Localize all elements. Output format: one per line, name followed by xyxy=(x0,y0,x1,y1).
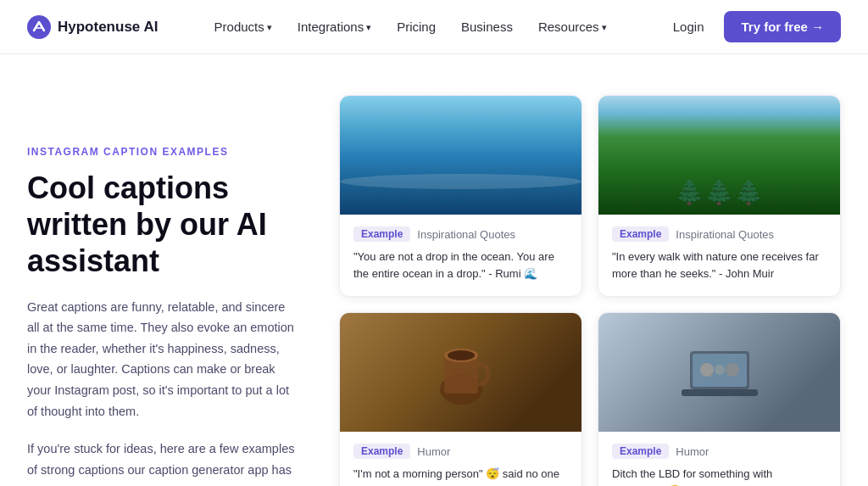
tag-example-4: Example xyxy=(612,444,669,459)
card-image-laptop xyxy=(598,313,840,432)
nav-business[interactable]: Business xyxy=(451,13,523,41)
section-label: INSTAGRAM CAPTION EXAMPLES xyxy=(27,146,298,158)
svg-rect-7 xyxy=(682,389,758,396)
card-image-forest xyxy=(598,96,840,215)
card-text-4: Ditch the LBD for something with persona… xyxy=(612,466,826,486)
card-coffee: Example Humor "I'm not a morning person"… xyxy=(339,312,582,486)
card-meta-4: Example Humor xyxy=(612,444,826,459)
laptop-illustration xyxy=(677,338,762,406)
card-text-3: "I'm not a morning person" 😴 said no one… xyxy=(353,466,568,486)
card-meta-3: Example Humor xyxy=(353,444,568,459)
try-free-button[interactable]: Try for free → xyxy=(724,11,841,42)
card-text-1: "You are not a drop in the ocean. You ar… xyxy=(353,249,568,282)
svg-point-9 xyxy=(726,363,739,377)
right-column: Example Inspirational Quotes "You are no… xyxy=(339,95,841,486)
nav-products[interactable]: Products ▾ xyxy=(204,13,282,41)
tag-category-3: Humor xyxy=(417,445,450,458)
nav-actions: Login Try for free → xyxy=(663,11,841,42)
logo[interactable]: Hypotenuse AI xyxy=(27,15,158,39)
svg-point-8 xyxy=(700,363,714,377)
coffee-illustration xyxy=(427,330,495,415)
chevron-down-icon: ▾ xyxy=(602,22,607,33)
card-meta-2: Example Inspirational Quotes xyxy=(612,226,826,242)
main-heading: Cool captions written by our AI assistan… xyxy=(27,170,298,280)
card-text-2: "In every walk with nature one receives … xyxy=(612,249,826,282)
nav-integrations[interactable]: Integrations ▾ xyxy=(287,13,381,41)
card-ocean: Example Inspirational Quotes "You are no… xyxy=(339,95,582,297)
card-body-3: Example Humor "I'm not a morning person"… xyxy=(340,432,581,486)
navbar: Hypotenuse AI Products ▾ Integrations ▾ … xyxy=(0,0,868,54)
chevron-down-icon: ▾ xyxy=(366,22,371,33)
nav-links: Products ▾ Integrations ▾ Pricing Busine… xyxy=(204,13,617,41)
nav-pricing[interactable]: Pricing xyxy=(387,13,446,41)
tag-category-4: Humor xyxy=(676,445,709,458)
card-meta-1: Example Inspirational Quotes xyxy=(353,226,568,242)
svg-point-10 xyxy=(715,365,725,375)
cards-grid: Example Inspirational Quotes "You are no… xyxy=(339,95,841,486)
card-body-2: Example Inspirational Quotes "In every w… xyxy=(598,215,840,296)
tag-example-1: Example xyxy=(353,226,410,242)
tag-example-2: Example xyxy=(612,226,669,242)
nav-resources[interactable]: Resources ▾ xyxy=(528,13,617,41)
logo-icon xyxy=(27,15,51,39)
description-2: If you're stuck for ideas, here are a fe… xyxy=(27,439,298,486)
card-image-ocean xyxy=(340,96,581,215)
card-forest: Example Inspirational Quotes "In every w… xyxy=(598,95,841,297)
card-body-1: Example Inspirational Quotes "You are no… xyxy=(340,215,581,296)
svg-point-4 xyxy=(448,350,475,360)
description-1: Great captions are funny, relatable, and… xyxy=(27,297,298,422)
page-content: INSTAGRAM CAPTION EXAMPLES Cool captions… xyxy=(0,54,868,486)
svg-point-0 xyxy=(27,15,51,39)
tag-category-1: Inspirational Quotes xyxy=(417,228,515,241)
card-image-coffee xyxy=(340,313,581,432)
card-laptop: Example Humor Ditch the LBD for somethin… xyxy=(598,312,841,486)
chevron-down-icon: ▾ xyxy=(267,22,272,33)
card-body-4: Example Humor Ditch the LBD for somethin… xyxy=(598,432,840,486)
logo-text: Hypotenuse AI xyxy=(58,19,158,36)
tag-example-3: Example xyxy=(353,444,410,459)
login-button[interactable]: Login xyxy=(663,13,715,41)
left-column: INSTAGRAM CAPTION EXAMPLES Cool captions… xyxy=(27,95,298,486)
tag-category-2: Inspirational Quotes xyxy=(676,228,774,241)
